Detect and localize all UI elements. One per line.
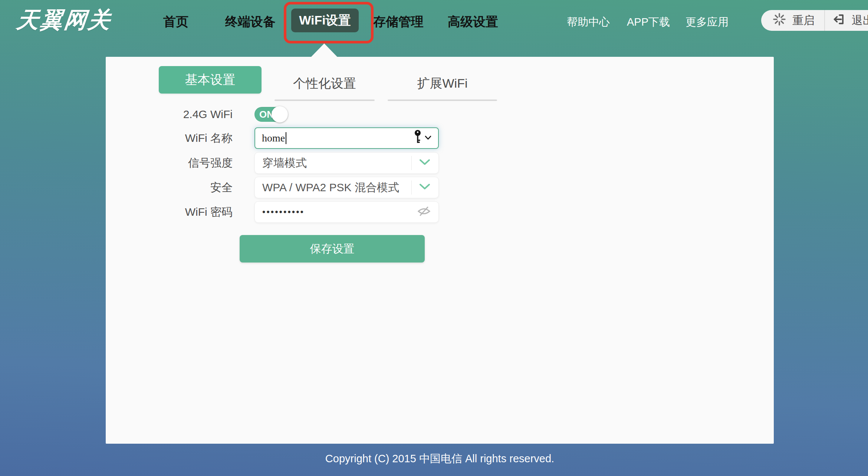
security-label: 安全 (106, 177, 233, 198)
wifi-24g-label: 2.4G WiFi (106, 107, 233, 122)
wifi-password-input[interactable]: •••••••••• (254, 201, 439, 223)
logout-label: 退出 (852, 13, 868, 28)
tab-extended-wifi-label: 扩展WiFi (388, 70, 497, 97)
spinner-icon (772, 12, 786, 29)
wifi-24g-toggle[interactable]: ON (254, 107, 287, 122)
logout-button[interactable]: 退出 (825, 10, 868, 31)
panel-pointer-arrow (311, 43, 338, 57)
wifi-settings-panel: 基本设置 个性化设置 扩展WiFi 2.4G WiFi ON WiFi 名称 h… (106, 57, 774, 444)
nav-item-more-apps[interactable]: 更多应用 (685, 15, 729, 30)
select-divider (411, 156, 412, 170)
tab-extended-wifi[interactable]: 扩展WiFi (388, 66, 497, 101)
signal-strength-select[interactable]: 穿墙模式 (254, 152, 439, 174)
signal-strength-value: 穿墙模式 (262, 156, 307, 171)
wifi-password-label: WiFi 密码 (106, 201, 233, 223)
key-icon (414, 130, 422, 147)
nav-item-help-center[interactable]: 帮助中心 (567, 15, 610, 30)
page-background: 天翼网关 首页 终端设备 WiFi设置 存储管理 高级设置 帮助中心 APP下载… (0, 0, 868, 476)
logout-icon (832, 13, 846, 29)
wifi-name-label: WiFi 名称 (106, 127, 233, 149)
tab-personalization-label: 个性化设置 (274, 70, 375, 97)
nav-item-app-download[interactable]: APP下载 (627, 15, 670, 30)
tab-personalization[interactable]: 个性化设置 (274, 66, 375, 101)
security-select[interactable]: WPA / WPA2 PSK 混合模式 (254, 177, 439, 198)
nav-item-advanced-settings[interactable]: 高级设置 (448, 13, 498, 30)
tab-bar: 基本设置 个性化设置 扩展WiFi (159, 66, 497, 101)
footer-copyright: Copyright (C) 2015 中国电信 All rights reser… (106, 451, 774, 466)
save-settings-button[interactable]: 保存设置 (240, 235, 425, 263)
restart-label: 重启 (792, 13, 815, 28)
eye-slash-icon[interactable] (417, 206, 431, 218)
chevron-down-icon[interactable] (419, 159, 430, 167)
nav-item-storage-management[interactable]: 存储管理 (373, 13, 424, 30)
nav-item-home[interactable]: 首页 (163, 13, 188, 30)
chevron-down-icon[interactable] (419, 183, 430, 192)
select-divider (411, 180, 412, 195)
session-controls: 重启 退出 (761, 10, 868, 31)
logo: 天翼网关 (15, 5, 114, 35)
restart-button[interactable]: 重启 (761, 10, 824, 31)
text-cursor (286, 132, 286, 144)
signal-strength-label: 信号强度 (106, 152, 233, 174)
tab-basic-settings[interactable]: 基本设置 (159, 66, 262, 94)
wifi-name-value: home (262, 132, 285, 144)
nav-item-terminal-devices[interactable]: 终端设备 (225, 13, 276, 30)
security-value: WPA / WPA2 PSK 混合模式 (262, 180, 399, 195)
wifi-password-masked-value: •••••••••• (262, 201, 305, 223)
wifi-name-input[interactable]: home (254, 127, 439, 149)
nav-item-wifi-settings[interactable]: WiFi设置 (291, 9, 359, 32)
chevron-down-icon[interactable] (425, 135, 431, 141)
toggle-knob[interactable] (272, 106, 288, 123)
